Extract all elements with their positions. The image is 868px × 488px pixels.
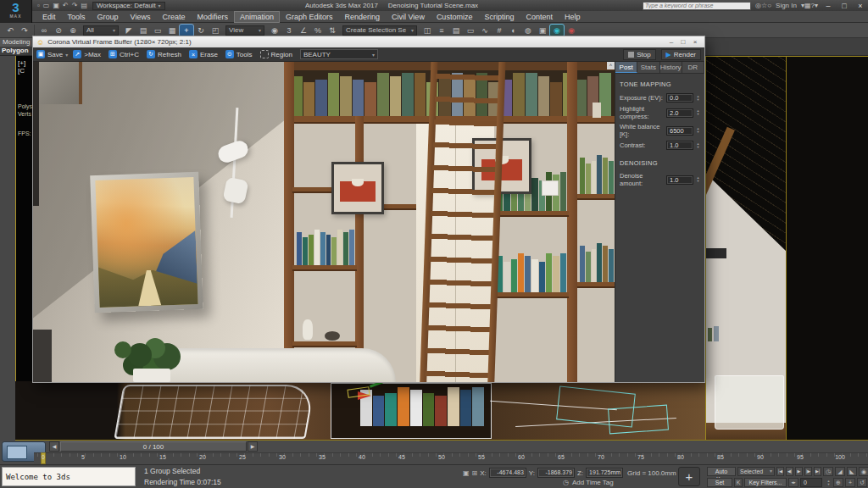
menu-item[interactable]: Edit <box>37 12 61 22</box>
key-selection-dropdown[interactable]: Selected ▾ <box>737 467 775 476</box>
bottom-viewport-strip[interactable] <box>15 381 705 441</box>
select-and-link-icon[interactable]: ∞ <box>37 25 51 36</box>
selection-filter-dropdown[interactable]: All▾ <box>83 25 119 36</box>
select-by-name-icon[interactable]: ▤ <box>136 25 150 36</box>
default-out-tangent-icon[interactable]: ◣ <box>847 467 857 476</box>
current-frame-field[interactable]: 0 <box>800 478 822 487</box>
time-slider[interactable]: 0 / 100 <box>60 441 247 452</box>
render-channel-dropdown[interactable]: BEAUTY ▾ <box>300 49 378 59</box>
menu-item[interactable]: Rendering <box>340 12 386 22</box>
next-frame-button[interactable]: |▶ <box>804 467 812 476</box>
scroll-up-button[interactable]: ˄ <box>607 62 615 69</box>
layer-manager-icon[interactable]: ▤ <box>449 25 463 36</box>
ribbon-toggle-icon[interactable]: ▭ <box>464 25 477 36</box>
previous-frame-button[interactable]: ◀| <box>786 467 793 476</box>
region-button[interactable]: ▢ Region <box>260 50 295 58</box>
render-button[interactable]: ▶ Render <box>661 49 701 60</box>
schematic-view-icon[interactable]: # <box>492 25 506 36</box>
percent-snap-icon[interactable]: % <box>311 25 325 36</box>
material-editor-icon[interactable]: ◐ <box>507 25 520 36</box>
save-button[interactable]: ▣ Save ▾ <box>36 50 68 58</box>
window-crossing-icon[interactable]: ▦ <box>165 25 179 36</box>
exposure-field[interactable]: 0.0 <box>666 93 693 103</box>
spinner-control[interactable] <box>695 95 701 102</box>
time-slider-next-button[interactable]: ▶ <box>248 441 258 452</box>
denoise-amount-field[interactable]: 1.0 <box>666 175 693 185</box>
tab-post[interactable]: Post <box>615 62 637 73</box>
align-icon[interactable]: ≡ <box>435 25 448 36</box>
rendered-image[interactable]: ˄ <box>33 62 615 382</box>
frame-spinner[interactable] <box>826 480 832 486</box>
menu-item[interactable]: Content <box>520 12 558 22</box>
contrast-field[interactable]: 1.0 <box>666 141 693 150</box>
help-caret-icon[interactable]: ▾ <box>815 2 818 9</box>
select-and-rotate-icon[interactable]: ↻ <box>194 25 208 36</box>
erase-button[interactable]: × Erase <box>189 50 220 58</box>
time-slider-prev-button[interactable]: ◀ <box>49 441 59 452</box>
welcome-window-button[interactable]: Welcome to 3ds <box>2 467 136 486</box>
select-and-scale-icon[interactable]: ◰ <box>209 25 222 36</box>
favorites-icon[interactable]: ○ <box>767 2 771 9</box>
project-folder-icon[interactable]: ▤ <box>81 2 87 9</box>
refresh-button[interactable]: ↻ Refresh <box>147 50 184 58</box>
menu-item[interactable]: Tools <box>63 12 91 22</box>
corona-vfb-icon[interactable]: ◉ <box>550 25 564 36</box>
y-coordinate-field[interactable]: -1868.379 <box>537 468 575 478</box>
x-coordinate-field[interactable]: -4674.483 <box>489 468 526 478</box>
orbit-icon[interactable]: ↺ <box>857 478 867 487</box>
z-coordinate-field[interactable]: 191.725mm <box>586 468 623 478</box>
spinner-snap-icon[interactable]: ⇅ <box>326 25 339 36</box>
stop-button[interactable]: Stop <box>623 49 655 60</box>
open-file-icon[interactable]: ▭ <box>43 2 50 9</box>
curve-editor-icon[interactable]: ∿ <box>478 25 492 36</box>
render-setup-icon[interactable]: ◍ <box>521 25 535 36</box>
add-time-tag[interactable]: ◷ Add Time Tag <box>563 479 614 486</box>
menu-item[interactable]: Animation <box>235 12 279 22</box>
copy-button[interactable]: ⊞ Ctrl+C <box>108 50 142 58</box>
render-production-icon[interactable]: ◉ <box>565 25 578 36</box>
tools-button[interactable]: ⊙ Tools <box>225 50 255 58</box>
vfb-title-bar[interactable]: ☺ Corona Virtual Frame Buffer (1280× 720… <box>33 36 704 47</box>
vfb-maximize-button[interactable]: □ <box>677 38 689 46</box>
spinner-control[interactable] <box>695 127 701 134</box>
key-mode-icon[interactable]: K <box>734 478 743 487</box>
rendered-frame-icon[interactable]: ▣ <box>536 25 549 36</box>
spinner-control[interactable] <box>695 142 701 149</box>
pan-icon[interactable]: + <box>845 478 855 487</box>
to-max-button[interactable]: ↗ >Max <box>73 50 103 58</box>
ribbon-tab-modeling[interactable]: Modeling <box>0 38 32 47</box>
reference-coordinate-dropdown[interactable]: View▾ <box>225 25 264 36</box>
rectangular-selection-icon[interactable]: ▭ <box>151 25 164 36</box>
key-step-icon[interactable]: ◂▸ <box>788 478 798 487</box>
viewport-label[interactable]: [+][C <box>18 59 32 75</box>
redo-icon[interactable]: ↷ <box>72 2 78 9</box>
isolate-selection-icon[interactable]: ◉ <box>859 467 868 476</box>
close-button[interactable]: × <box>854 2 866 10</box>
play-button[interactable]: ▶ <box>795 467 803 476</box>
highlight-compress-field[interactable]: 2.0 <box>666 108 693 118</box>
selection-lock-icon[interactable]: ▣ <box>463 469 470 477</box>
menu-item[interactable]: Civil View <box>387 12 430 22</box>
key-filters-button[interactable]: Key Filters... <box>744 478 787 487</box>
absolute-mode-icon[interactable]: ⊞ <box>472 469 478 477</box>
time-configuration-icon[interactable]: ◷ <box>823 467 833 476</box>
3ds-max-logo[interactable]: 3 MAX <box>0 0 32 23</box>
tab-dr[interactable]: DR <box>682 62 704 73</box>
save-file-icon[interactable]: ▣ <box>53 2 59 9</box>
unlink-selection-icon[interactable]: ⊘ <box>52 25 65 36</box>
tab-history[interactable]: History <box>660 62 682 73</box>
undo-icon[interactable]: ↶ <box>63 2 69 9</box>
snap-toggle-icon[interactable]: 3 <box>282 25 296 36</box>
right-viewport[interactable] <box>705 56 868 441</box>
menu-item[interactable]: Customize <box>431 12 478 22</box>
spinner-control[interactable] <box>695 176 701 183</box>
select-and-move-icon[interactable]: + <box>180 25 193 36</box>
new-scene-icon[interactable]: ▫ <box>37 2 40 9</box>
zoom-icon[interactable]: ⊕ <box>833 478 843 487</box>
menu-item[interactable]: Group <box>92 12 124 22</box>
vfb-close-button[interactable]: × <box>689 38 701 46</box>
use-pivot-point-icon[interactable]: ◉ <box>268 25 281 36</box>
auto-key-button[interactable]: Auto Key <box>707 467 736 476</box>
white-balance-field[interactable]: 6500 <box>666 126 693 136</box>
tab-stats[interactable]: Stats <box>637 62 659 73</box>
